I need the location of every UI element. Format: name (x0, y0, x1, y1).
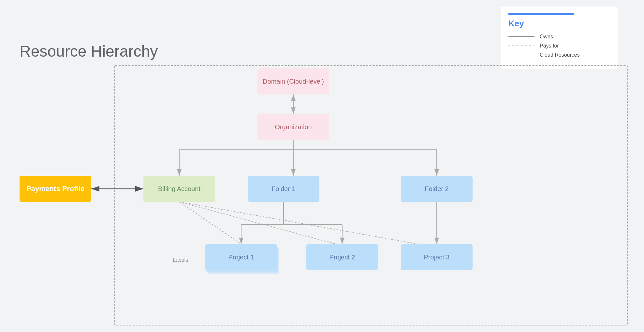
owns-label: Owns (540, 34, 553, 40)
key-item-pays: Pays for (508, 43, 610, 49)
folder2-node: Folder 2 (401, 176, 473, 202)
key-blue-bar (508, 13, 574, 15)
project1-node: Project 1 (205, 244, 277, 270)
key-title: Key (508, 19, 610, 29)
key-item-owns: Owns (508, 34, 610, 40)
cloud-label: Cloud Resources (540, 52, 580, 58)
page-title: Resource Hierarchy (20, 42, 158, 60)
organization-node: Organization (257, 114, 329, 140)
pays-label: Pays for (540, 43, 559, 49)
project3-node: Project 3 (401, 244, 473, 270)
domain-node: Domain (Cloud-level) (257, 68, 329, 94)
payments-profile-node: Payments Profile (20, 176, 91, 202)
owns-line-icon (508, 36, 534, 37)
key-item-cloud: Cloud Resources (508, 52, 610, 58)
labels-text: Labels (173, 257, 188, 263)
billing-account-node: Billing Account (143, 176, 215, 202)
project2-node: Project 2 (306, 244, 378, 270)
cloud-line-icon (508, 55, 534, 55)
diagram: Payments Profile Domain (Cloud-level) Or… (13, 59, 631, 325)
pays-line-icon (508, 46, 534, 46)
folder1-node: Folder 1 (248, 176, 319, 202)
